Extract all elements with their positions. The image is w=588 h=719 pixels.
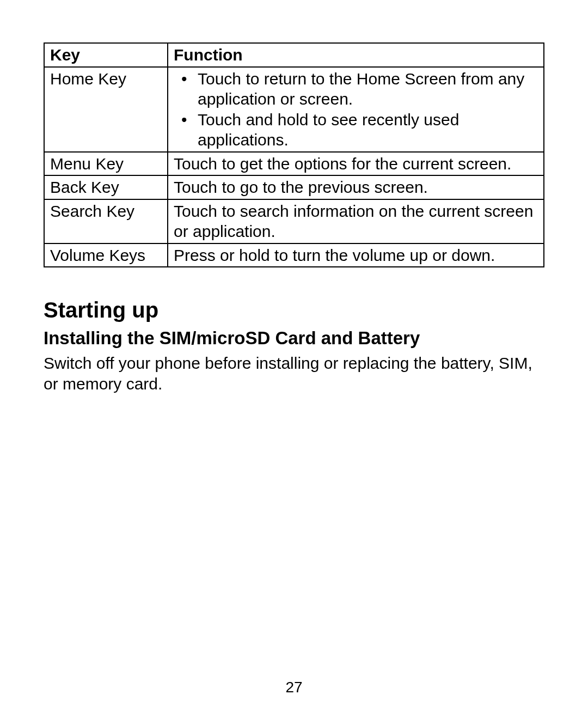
section-heading: Starting up xyxy=(44,298,544,322)
table-cell-function: Touch to go to the previous screen. xyxy=(168,175,544,199)
table-cell-function: Touch to get the options for the current… xyxy=(168,152,544,176)
table-row: Search Key Touch to search information o… xyxy=(44,199,544,243)
table-cell-key: Back Key xyxy=(44,175,168,199)
table-cell-function: Touch to search information on the curre… xyxy=(168,199,544,243)
table-row: Menu Key Touch to get the options for th… xyxy=(44,152,544,176)
table-cell-key: Menu Key xyxy=(44,152,168,176)
table-header-function: Function xyxy=(168,43,544,67)
body-paragraph: Switch off your phone before installing … xyxy=(44,353,544,394)
keys-table: Key Function Home Key Touch to return to… xyxy=(44,42,544,267)
list-item: Touch and hold to see recently used appl… xyxy=(174,109,539,150)
table-cell-key: Search Key xyxy=(44,199,168,243)
table-cell-key: Home Key xyxy=(44,67,168,152)
table-row: Home Key Touch to return to the Home Scr… xyxy=(44,67,544,152)
list-item: Touch to return to the Home Screen from … xyxy=(174,69,539,109)
table-header-row: Key Function xyxy=(44,43,544,67)
bullet-list: Touch to return to the Home Screen from … xyxy=(174,69,539,150)
table-row: Back Key Touch to go to the previous scr… xyxy=(44,175,544,199)
table-header-key: Key xyxy=(44,43,168,67)
document-page: Key Function Home Key Touch to return to… xyxy=(0,0,588,719)
table-row: Volume Keys Press or hold to turn the vo… xyxy=(44,243,544,267)
table-cell-key: Volume Keys xyxy=(44,243,168,267)
table-cell-function: Press or hold to turn the volume up or d… xyxy=(168,243,544,267)
page-number: 27 xyxy=(0,679,588,696)
subsection-heading: Installing the SIM/microSD Card and Batt… xyxy=(44,328,544,349)
table-cell-function: Touch to return to the Home Screen from … xyxy=(168,67,544,152)
